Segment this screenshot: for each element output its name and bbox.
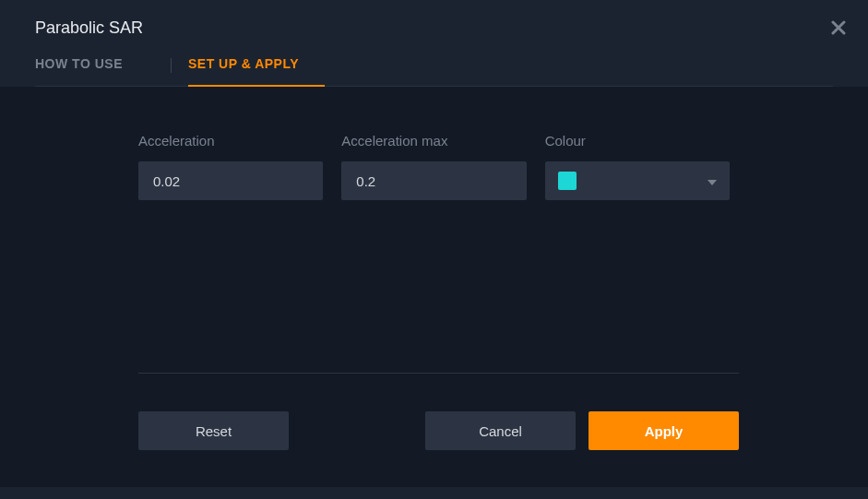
tab-divider (171, 58, 172, 73)
tab-how-to-use[interactable]: HOW TO USE (35, 56, 149, 86)
acceleration-max-input[interactable] (341, 161, 526, 200)
dialog-content: Acceleration Acceleration max Colour Res… (0, 87, 868, 487)
acceleration-max-label: Acceleration max (341, 133, 526, 149)
form-row: Acceleration Acceleration max Colour (0, 133, 868, 200)
acceleration-label: Acceleration (138, 133, 323, 149)
reset-button[interactable]: Reset (138, 411, 289, 450)
close-button[interactable] (829, 20, 848, 39)
apply-button[interactable]: Apply (589, 411, 739, 450)
tabs: HOW TO USE SET UP & APPLY (35, 56, 833, 87)
dialog-title: Parabolic SAR (35, 18, 833, 38)
indicator-settings-dialog: Parabolic SAR HOW TO USE SET UP & APPLY … (0, 0, 868, 499)
dialog-header: Parabolic SAR HOW TO USE SET UP & APPLY (0, 0, 868, 87)
dialog-footer: Reset Cancel Apply (138, 411, 739, 450)
colour-swatch (558, 172, 577, 190)
tab-setup-apply[interactable]: SET UP & APPLY (188, 56, 325, 86)
cancel-button[interactable]: Cancel (425, 411, 576, 450)
form-group-colour: Colour (545, 133, 730, 200)
chevron-down-icon (707, 172, 717, 189)
acceleration-input[interactable] (138, 161, 323, 200)
close-icon (831, 20, 846, 39)
form-group-acceleration: Acceleration (138, 133, 323, 200)
footer-spacer (289, 411, 425, 450)
colour-select[interactable] (545, 161, 730, 200)
divider (138, 373, 739, 374)
colour-label: Colour (545, 133, 730, 149)
form-group-acceleration-max: Acceleration max (341, 133, 526, 200)
